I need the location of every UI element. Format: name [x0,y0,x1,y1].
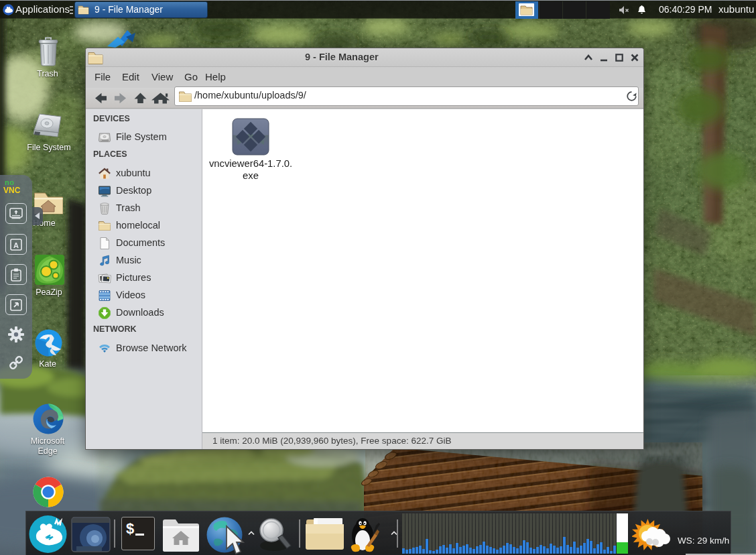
svg-text:A: A [13,241,19,249]
